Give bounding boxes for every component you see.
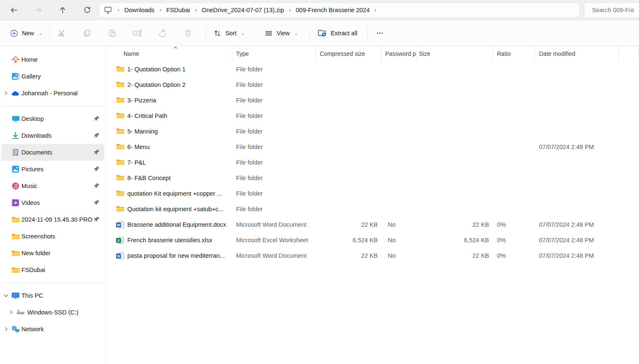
rename-icon: A	[133, 29, 142, 37]
file-name-cell: 3- Pizzeria	[106, 92, 232, 108]
column-header-date-modified[interactable]: Date modified	[535, 46, 619, 61]
breadcrumb-item[interactable]: Downloads	[124, 5, 155, 15]
toolbar-divider	[368, 27, 368, 39]
column-header-ratio[interactable]: Ratio	[493, 46, 535, 61]
column-header-size[interactable]: Size	[417, 46, 493, 61]
file-type: Microsoft Word Document	[232, 221, 316, 228]
svg-text:W: W	[117, 254, 121, 258]
onedrive-icon	[11, 90, 20, 96]
sidebar-item-desktop[interactable]: Desktop	[1, 110, 104, 127]
file-ratio: 0%	[493, 221, 535, 228]
rename-button[interactable]: A	[129, 25, 146, 41]
sidebar-item-this-pc[interactable]: This PC	[1, 287, 104, 304]
this-pc-icon[interactable]	[103, 5, 113, 15]
sidebar-separator	[2, 283, 104, 283]
nav-buttons	[0, 3, 97, 17]
file-compressed-size: 6,524 KB	[316, 237, 381, 244]
folder-icon	[116, 174, 124, 181]
file-ratio: 0%	[493, 237, 535, 244]
column-header-password-p[interactable]: Password p...	[381, 46, 417, 61]
new-button[interactable]: New ⌄	[6, 26, 46, 41]
sidebar-item-new-folder[interactable]: New folder	[1, 245, 104, 262]
file-name-cell: 7- P&L	[106, 155, 232, 170]
sidebar-item-label: Desktop	[21, 115, 95, 122]
sidebar-item-johannah-personal[interactable]: Johannah - Personal	[1, 85, 104, 102]
file-row[interactable]: XFrench brasserie utensilies.xlsxMicroso…	[106, 232, 639, 248]
file-row[interactable]: Quotation kit equipment +satub+c...File …	[106, 201, 639, 217]
pin-icon	[94, 166, 100, 172]
back-icon	[10, 6, 18, 14]
file-row[interactable]: 7- P&LFile folder	[106, 155, 639, 170]
sidebar-item-fsdubai[interactable]: FSDubai	[1, 262, 104, 278]
copy-button[interactable]	[79, 25, 95, 41]
sidebar-item-network[interactable]: Network	[1, 321, 104, 338]
sidebar-item-gallery[interactable]: Gallery	[1, 68, 104, 85]
search-input[interactable]	[592, 7, 639, 13]
file-type: File folder	[232, 144, 316, 150]
file-row[interactable]: 1- Quotation Option 1File folder	[106, 61, 639, 77]
folder-icon	[116, 128, 124, 135]
folder-icon	[116, 205, 124, 212]
sidebar-item-home[interactable]: Home	[1, 51, 104, 68]
breadcrumb-item[interactable]: FSDubai	[166, 5, 191, 15]
file-row[interactable]: 6- MenuFile folder07/07/2024 2:48 PM	[106, 139, 639, 155]
pictures-icon	[11, 165, 20, 173]
column-headers: NameTypeCompressed sizePassword p...Size…	[106, 46, 639, 61]
cut-button[interactable]	[53, 25, 70, 41]
breadcrumb-separator-icon: ›	[155, 7, 166, 13]
sidebar-item-windows-ssd-c[interactable]: Windows-SSD (C:)	[1, 304, 104, 321]
file-row[interactable]: 3- PizzeriaFile folder	[106, 92, 639, 108]
chevron-right-icon[interactable]	[8, 309, 14, 315]
forward-button[interactable]	[31, 3, 45, 17]
sidebar-item-pictures[interactable]: Pictures	[1, 161, 104, 178]
sidebar-item-screenshots[interactable]: Screenshots	[1, 228, 104, 245]
sidebar-item-videos[interactable]: Videos	[1, 194, 104, 211]
file-name: Brasserie additional Equipment.docx	[127, 221, 226, 228]
refresh-button[interactable]	[80, 3, 94, 17]
file-name-cell: quotation Kit equipment +copper ...	[106, 186, 232, 201]
search-box[interactable]	[584, 3, 639, 18]
chevron-right-icon[interactable]	[3, 90, 9, 96]
breadcrumb-item[interactable]: OneDrive_2024-07-07 (13).zip	[201, 5, 285, 15]
column-header-compressed-size[interactable]: Compressed size	[316, 46, 381, 61]
file-row[interactable]: Wpasta proposal for new mediterran...Mic…	[106, 248, 639, 263]
videos-icon	[11, 199, 20, 207]
file-name: 6- Menu	[127, 144, 150, 150]
column-header-name[interactable]: Name	[106, 46, 232, 61]
extract-all-button[interactable]: Extract all	[313, 26, 362, 41]
sidebar-item-label: Windows-SSD (C:)	[27, 309, 95, 316]
address-bar[interactable]: ›Downloads›FSDubai›OneDrive_2024-07-07 (…	[99, 3, 580, 18]
file-compressed-size: 22 KB	[316, 221, 381, 228]
back-button[interactable]	[7, 3, 21, 17]
file-name: Quotation kit equipment +satub+c...	[127, 206, 224, 212]
breadcrumb-item[interactable]: 009-French Brasserie 2024	[295, 5, 371, 15]
delete-button[interactable]	[179, 25, 196, 41]
chevron-right-icon[interactable]	[3, 326, 9, 332]
share-button[interactable]	[154, 25, 171, 41]
view-button[interactable]: View ⌄	[260, 26, 302, 41]
file-date-modified: 07/07/2024 2:48 PM	[535, 252, 619, 259]
sidebar-item-documents[interactable]: Documents	[1, 144, 104, 161]
paste-button[interactable]	[104, 25, 121, 41]
file-row[interactable]: WBrasserie additional Equipment.docxMicr…	[106, 217, 639, 232]
music-icon	[11, 182, 20, 190]
file-password-protected: No	[381, 221, 417, 228]
sidebar-item-2024-11-09-15-45-30-pro-va[interactable]: 2024-11-09 15.45.30 PRO VA	[1, 211, 104, 228]
file-name: 8- F&B Concept	[127, 175, 171, 181]
file-row[interactable]: 5- ManningFile folder	[106, 123, 639, 139]
more-options-button[interactable]	[371, 25, 388, 41]
chevron-down-icon: ⌄	[39, 31, 42, 36]
up-button[interactable]	[55, 3, 70, 17]
file-row[interactable]: 4- Critical PathFile folder	[106, 108, 639, 123]
sidebar-item-label: FSDubai	[21, 267, 95, 273]
file-row[interactable]: 2- Quotation Option 2File folder	[106, 77, 639, 92]
column-header-type[interactable]: Type	[232, 46, 316, 61]
file-row[interactable]: 8- F&B ConceptFile folder	[106, 170, 639, 186]
sort-button[interactable]: Sort ⌄	[209, 26, 249, 41]
sidebar-item-downloads[interactable]: Downloads	[1, 127, 104, 144]
sort-icon	[213, 29, 221, 37]
pin-icon	[94, 183, 100, 189]
sidebar-item-music[interactable]: Music	[1, 178, 104, 194]
file-row[interactable]: quotation Kit equipment +copper ...File …	[106, 186, 639, 201]
chevron-down-icon[interactable]	[3, 293, 9, 299]
